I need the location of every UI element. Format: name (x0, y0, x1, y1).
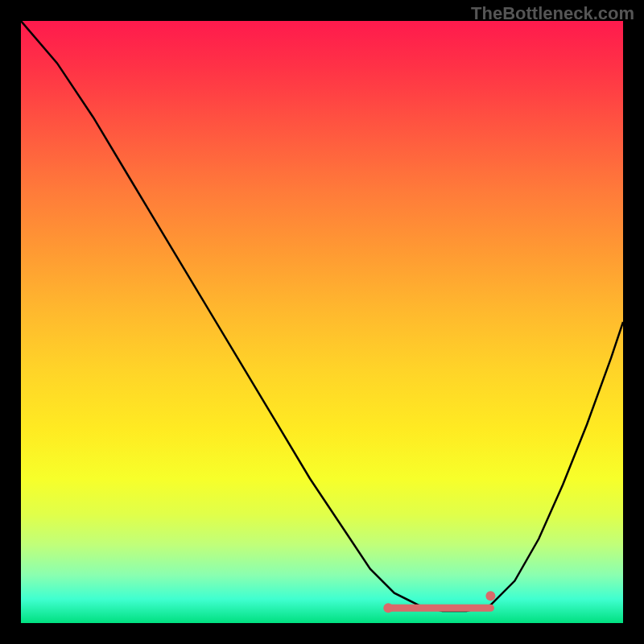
chart-container (21, 21, 623, 623)
curve-svg (21, 21, 623, 623)
flat-region-start-dot (383, 603, 393, 613)
watermark-text: TheBottleneck.com (471, 3, 634, 24)
bottleneck-curve-path (21, 21, 623, 611)
flat-region-end-dot (485, 591, 495, 601)
